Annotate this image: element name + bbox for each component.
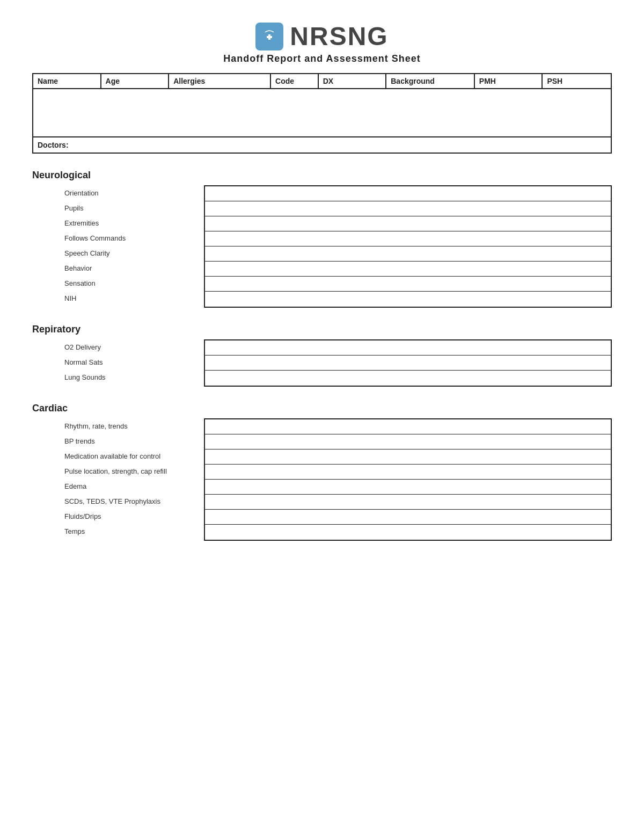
col-name: Name xyxy=(33,74,101,88)
input-line-neurological-7[interactable] xyxy=(205,292,611,307)
section-neurological: NeurologicalOrientationPupilsExtremities… xyxy=(32,170,612,308)
input-line-cardiac-6[interactable] xyxy=(205,510,611,525)
label-item-cardiac-7: Temps xyxy=(32,524,204,539)
section-title-cardiac: Cardiac xyxy=(32,403,612,414)
input-line-cardiac-7[interactable] xyxy=(205,525,611,540)
logo-text: NRSNG xyxy=(290,21,388,51)
input-col-cardiac[interactable] xyxy=(204,418,612,541)
input-line-neurological-0[interactable] xyxy=(205,186,611,201)
input-line-neurological-1[interactable] xyxy=(205,201,611,216)
label-item-repiratory-1: Normal Sats xyxy=(32,354,204,369)
section-repiratory: RepiratoryO2 DeliveryNormal SatsLung Sou… xyxy=(32,324,612,387)
table-header-row: Name Age Allergies Code DX Background PM… xyxy=(33,74,611,89)
label-item-cardiac-1: BP trends xyxy=(32,433,204,448)
input-line-cardiac-3[interactable] xyxy=(205,465,611,480)
input-line-cardiac-0[interactable] xyxy=(205,419,611,434)
labels-col-cardiac: Rhythm, rate, trendsBP trendsMedication … xyxy=(32,418,204,541)
input-line-neurological-3[interactable] xyxy=(205,231,611,246)
col-psh: PSH xyxy=(543,74,611,88)
logo-icon xyxy=(255,23,283,50)
label-item-neurological-1: Pupils xyxy=(32,200,204,215)
input-line-cardiac-2[interactable] xyxy=(205,449,611,465)
patient-data-area[interactable] xyxy=(33,89,611,137)
input-line-repiratory-0[interactable] xyxy=(205,340,611,356)
sheet-title: Handoff Report and Assessment Sheet xyxy=(223,53,420,64)
input-line-neurological-2[interactable] xyxy=(205,216,611,231)
assessment-sections: NeurologicalOrientationPupilsExtremities… xyxy=(32,170,612,541)
assessment-grid-neurological: OrientationPupilsExtremitiesFollows Comm… xyxy=(32,185,612,308)
col-age: Age xyxy=(101,74,170,88)
logo-row: NRSNG xyxy=(255,21,388,51)
col-pmh: PMH xyxy=(475,74,543,88)
section-title-repiratory: Repiratory xyxy=(32,324,612,335)
input-line-neurological-4[interactable] xyxy=(205,246,611,262)
label-item-neurological-2: Extremities xyxy=(32,215,204,230)
labels-col-neurological: OrientationPupilsExtremitiesFollows Comm… xyxy=(32,185,204,308)
label-item-neurological-5: Behavior xyxy=(32,260,204,275)
label-item-neurological-7: NIH xyxy=(32,291,204,306)
input-line-repiratory-1[interactable] xyxy=(205,356,611,371)
assessment-grid-cardiac: Rhythm, rate, trendsBP trendsMedication … xyxy=(32,418,612,541)
label-item-neurological-0: Orientation xyxy=(32,185,204,200)
label-item-neurological-6: Sensation xyxy=(32,275,204,291)
labels-col-repiratory: O2 DeliveryNormal SatsLung Sounds xyxy=(32,339,204,387)
section-cardiac: CardiacRhythm, rate, trendsBP trendsMedi… xyxy=(32,403,612,541)
label-item-repiratory-0: O2 Delivery xyxy=(32,339,204,354)
doctors-row: Doctors: xyxy=(33,137,611,153)
col-allergies: Allergies xyxy=(169,74,271,88)
patient-info-table: Name Age Allergies Code DX Background PM… xyxy=(32,73,612,154)
col-code: Code xyxy=(271,74,319,88)
label-item-cardiac-5: SCDs, TEDS, VTE Prophylaxis xyxy=(32,494,204,509)
label-item-neurological-3: Follows Commands xyxy=(32,230,204,245)
input-line-neurological-5[interactable] xyxy=(205,262,611,277)
input-line-cardiac-5[interactable] xyxy=(205,495,611,510)
input-line-cardiac-1[interactable] xyxy=(205,434,611,449)
label-item-cardiac-6: Fluids/Drips xyxy=(32,509,204,524)
col-dx: DX xyxy=(319,74,387,88)
label-item-cardiac-3: Pulse location, strength, cap refill xyxy=(32,463,204,478)
input-col-neurological[interactable] xyxy=(204,185,612,308)
section-title-neurological: Neurological xyxy=(32,170,612,181)
label-item-cardiac-0: Rhythm, rate, trends xyxy=(32,418,204,433)
col-background: Background xyxy=(386,74,475,88)
assessment-grid-repiratory: O2 DeliveryNormal SatsLung Sounds xyxy=(32,339,612,387)
input-line-repiratory-2[interactable] xyxy=(205,371,611,386)
input-line-cardiac-4[interactable] xyxy=(205,480,611,495)
label-item-cardiac-2: Medication available for control xyxy=(32,448,204,463)
input-col-repiratory[interactable] xyxy=(204,339,612,387)
label-item-repiratory-2: Lung Sounds xyxy=(32,369,204,385)
label-item-neurological-4: Speech Clarity xyxy=(32,245,204,260)
label-item-cardiac-4: Edema xyxy=(32,478,204,494)
input-line-neurological-6[interactable] xyxy=(205,277,611,292)
page-header: NRSNG Handoff Report and Assessment Shee… xyxy=(32,21,612,68)
